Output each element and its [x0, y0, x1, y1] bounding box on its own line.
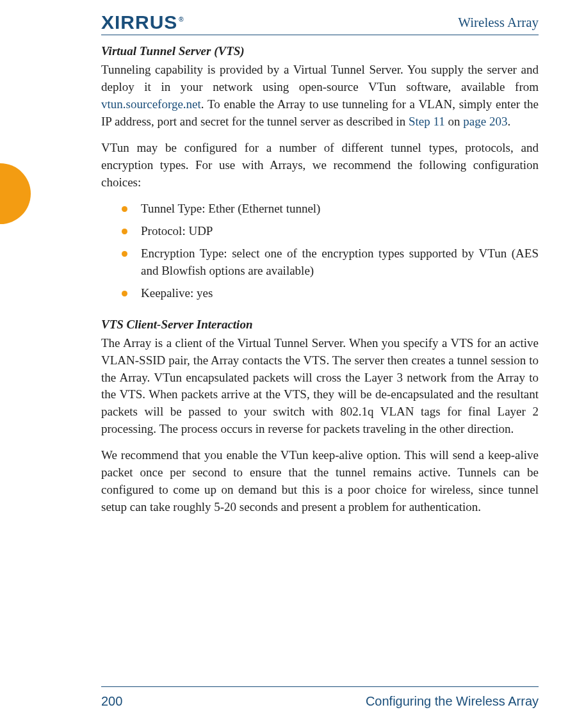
- footer-divider: [101, 686, 539, 687]
- section-title-interaction: VTS Client-Server Interaction: [101, 316, 539, 334]
- link-page-203[interactable]: page 203: [463, 115, 507, 128]
- interaction-paragraph-2: We recommend that you enable the VTun ke…: [101, 447, 539, 516]
- list-item: Keepalive: yes: [122, 285, 539, 302]
- text: Tunneling capability is provided by a Vi…: [101, 63, 539, 93]
- list-item: Protocol: UDP: [122, 223, 539, 240]
- link-vtun-sourceforge[interactable]: vtun.sourceforge.net: [101, 97, 201, 111]
- list-item: Encryption Type: select one of the encry…: [122, 245, 539, 280]
- config-list: Tunnel Type: Ether (Ethernet tunnel) Pro…: [101, 200, 539, 302]
- product-name: Wireless Array: [458, 15, 539, 31]
- text: .: [507, 115, 510, 128]
- text: on: [445, 115, 464, 128]
- registered-icon: ®: [179, 16, 184, 23]
- vts-config-paragraph: VTun may be configured for a number of d…: [101, 140, 539, 191]
- header-divider: [101, 35, 539, 35]
- page-content: Virtual Tunnel Server (VTS) Tunneling ca…: [101, 43, 539, 516]
- page-header: XIRRUS® Wireless Array: [38, 12, 539, 33]
- chapter-title: Configuring the Wireless Array: [366, 694, 539, 709]
- page-number: 200: [101, 694, 122, 709]
- brand-logo: XIRRUS®: [101, 12, 184, 33]
- list-item: Tunnel Type: Ether (Ethernet tunnel): [122, 200, 539, 218]
- interaction-paragraph-1: The Array is a client of the Virtual Tun…: [101, 335, 539, 439]
- page-footer: 200 Configuring the Wireless Array: [101, 694, 539, 709]
- logo-text: XIRRUS: [101, 12, 177, 33]
- section-title-vts: Virtual Tunnel Server (VTS): [101, 43, 539, 60]
- vts-intro-paragraph: Tunneling capability is provided by a Vi…: [101, 61, 539, 131]
- side-tab: [0, 163, 31, 224]
- link-step-11[interactable]: Step 11: [409, 115, 445, 128]
